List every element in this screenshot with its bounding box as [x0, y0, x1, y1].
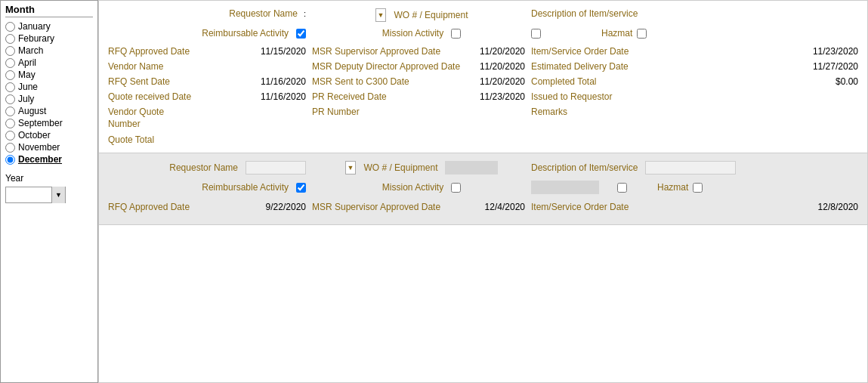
month-label-january: January	[18, 21, 51, 32]
checkbox-row-1: Reimbursable Activity Mission Activity H…	[108, 28, 858, 39]
mid-checkbox-2[interactable]	[617, 183, 627, 193]
reimbursable-label: Reimbursable Activity	[202, 28, 289, 39]
mission-activity-checkbox[interactable]	[451, 29, 461, 39]
mid-col-3: MSR Sent to C300 Date 11/20/2020	[312, 76, 531, 87]
month-item-may[interactable]: May	[5, 69, 93, 81]
msr-c300-value: 11/20/2020	[472, 76, 525, 87]
wo-equipment-input[interactable]	[445, 161, 498, 175]
month-label-august: August	[18, 106, 46, 116]
month-item-february[interactable]: Feburary	[5, 32, 93, 45]
rfq-sent-value: 11/16/2020	[253, 76, 306, 87]
data-row-r2-1: RFQ Approved Date 9/22/2020 MSR Supervis…	[108, 202, 858, 212]
requestor-name-label: Requestor Name	[229, 8, 298, 19]
wo-dropdown-2[interactable]: ▼	[345, 161, 357, 175]
completed-total-label: Completed Total	[531, 76, 597, 87]
month-item-october[interactable]: October	[5, 129, 93, 141]
pr-received-value: 11/23/2020	[472, 91, 525, 102]
year-input[interactable]	[6, 189, 51, 201]
vendor-quote-label: Vendor QuoteNumber	[108, 107, 164, 130]
month-title: Month	[5, 4, 93, 17]
month-label-february: Feburary	[18, 33, 54, 44]
reimbursable-checkbox[interactable]	[296, 29, 306, 39]
mission-activity-label-2: Mission Activity	[382, 182, 443, 193]
year-dropdown-button[interactable]: ▼	[51, 187, 65, 203]
right-col-1: Item/Service Order Date 11/23/2020	[531, 46, 858, 57]
right-checkbox-section-2: Hazmat	[531, 181, 858, 194]
description-input[interactable]	[645, 161, 736, 175]
estimated-delivery-value: 11/27/2020	[805, 61, 858, 72]
issued-requestor-label: Issued to Requestor	[531, 91, 612, 102]
record-1: Requestor Name : ▼ WO # / Equipment Desc…	[99, 1, 867, 153]
hazmat-checkbox[interactable]	[637, 29, 647, 39]
month-item-december[interactable]: December	[5, 153, 93, 165]
wo-dropdown[interactable]: ▼	[375, 8, 387, 22]
data-row-1: RFQ Approved Date 11/15/2020 MSR Supervi…	[108, 46, 858, 57]
requestor-name-header: Requestor Name :	[108, 8, 312, 19]
wo-equipment-label: WO # / Equipment	[394, 10, 468, 20]
scroll-area[interactable]: Requestor Name : ▼ WO # / Equipment Desc…	[99, 1, 867, 382]
month-sidebar: Month January Feburary March April May J…	[0, 0, 98, 383]
mid-col-r2-1: MSR Supervisor Approved Date 12/4/2020	[312, 202, 531, 212]
item-service-order-label: Item/Service Order Date	[531, 46, 629, 57]
month-item-august[interactable]: August	[5, 105, 93, 117]
left-col-1: RFQ Approved Date 11/15/2020	[108, 46, 312, 57]
mission-activity-checkbox-2[interactable]	[451, 183, 461, 193]
msr-deputy-label: MSR Deputy Director Approved Date	[312, 61, 460, 72]
month-item-january[interactable]: January	[5, 20, 93, 32]
checkbox-row-2: Reimbursable Activity Mission Activity H…	[108, 181, 858, 194]
data-row-2: Vendor Name MSR Deputy Director Approved…	[108, 61, 858, 72]
requestor-name-header-2: Requestor Name	[108, 161, 312, 175]
year-select-wrapper: ▼	[5, 187, 66, 203]
dropdown-arrow-icon: ▼	[376, 11, 386, 19]
reimbursable-section-2: Reimbursable Activity	[108, 182, 312, 193]
desc-checkbox[interactable]	[531, 29, 541, 39]
right-col-3: Completed Total $0.00	[531, 76, 858, 87]
year-section: Year ▼	[5, 173, 93, 203]
remarks-cell: Remarks	[531, 107, 858, 117]
wo-equipment-header: ▼ WO # / Equipment	[312, 8, 531, 22]
mission-activity-section: Mission Activity	[312, 28, 531, 39]
month-item-november[interactable]: November	[5, 141, 93, 153]
month-item-june[interactable]: June	[5, 81, 93, 93]
left-col-3: RFQ Sent Date 11/16/2020	[108, 76, 312, 87]
mid-col-1: MSR Supervisor Approved Date 11/20/2020	[312, 46, 531, 57]
mission-activity-label: Mission Activity	[382, 28, 443, 39]
pr-number-cell: PR Number	[312, 107, 531, 117]
description-header: Description of Item/service	[531, 8, 858, 19]
pr-number-label: PR Number	[312, 107, 360, 117]
header-row-1: Requestor Name : ▼ WO # / Equipment Desc…	[108, 8, 858, 22]
month-item-april[interactable]: April	[5, 57, 93, 69]
wo-equipment-label-2: WO # / Equipment	[363, 162, 437, 173]
header-row-2: Requestor Name ▼ WO # / Equipment Descri…	[108, 161, 858, 175]
year-label: Year	[5, 173, 93, 184]
month-label-march: March	[18, 45, 43, 56]
rfq-approved-label: RFQ Approved Date	[108, 46, 190, 57]
hazmat-label: Hazmat	[601, 28, 632, 39]
msr-supervisor-label-2: MSR Supervisor Approved Date	[312, 202, 440, 212]
description-label-2: Description of Item/service	[531, 162, 638, 173]
hazmat-checkbox-2[interactable]	[693, 183, 703, 193]
pr-received-label: PR Received Date	[312, 91, 387, 102]
reimbursable-checkbox-2[interactable]	[296, 183, 306, 193]
left-col-r2-1: RFQ Approved Date 9/22/2020	[108, 202, 312, 212]
right-col-r2-1: Item/Service Order Date 12/8/2020	[531, 202, 858, 212]
rfq-approved-value: 11/15/2020	[253, 46, 306, 57]
estimated-delivery-label: Estimated Delivery Date	[531, 61, 629, 72]
month-label-december: December	[18, 154, 62, 165]
requestor-name-input[interactable]	[246, 161, 306, 175]
mission-activity-section-2: Mission Activity	[312, 182, 531, 193]
quote-total-label: Quote Total	[108, 134, 154, 145]
data-row-5: Vendor QuoteNumber PR Number Remarks	[108, 107, 858, 130]
hazmat-section-2: Hazmat	[657, 182, 703, 193]
month-item-july[interactable]: July	[5, 93, 93, 105]
month-item-march[interactable]: March	[5, 45, 93, 57]
requestor-name-label-2: Requestor Name	[169, 162, 238, 173]
mid-col-4: PR Received Date 11/23/2020	[312, 91, 531, 102]
msr-supervisor-value-2: 12/4/2020	[472, 202, 525, 212]
month-label-july: July	[18, 94, 34, 104]
month-item-september[interactable]: September	[5, 117, 93, 129]
rfq-approved-value-2: 9/22/2020	[253, 202, 306, 212]
reimbursable-label-2: Reimbursable Activity	[202, 182, 289, 193]
middle-input-2[interactable]	[531, 181, 599, 194]
description-header-2: Description of Item/service	[531, 161, 858, 175]
